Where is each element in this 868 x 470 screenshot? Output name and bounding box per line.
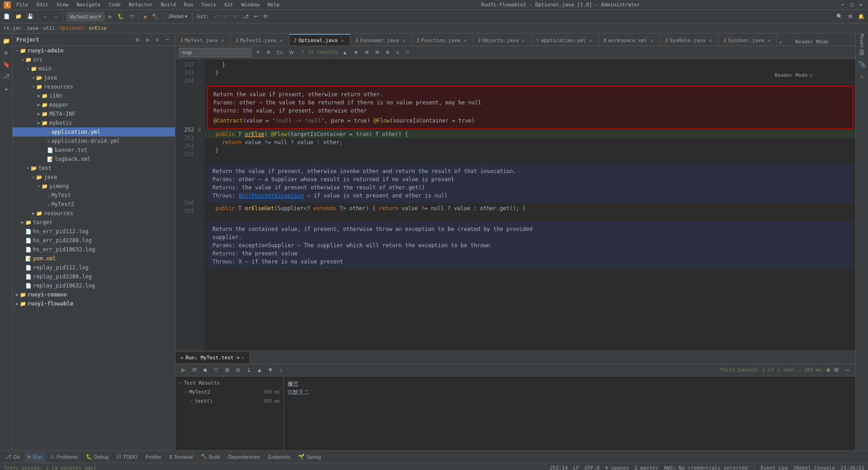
tree-close-button[interactable]: ─ [163, 36, 171, 44]
menu-refactor[interactable]: Refactor [126, 1, 156, 9]
menu-code[interactable]: Code [106, 1, 123, 9]
jrebel-button[interactable]: JRebel ▾ [166, 12, 189, 22]
save-button[interactable]: 💾 [25, 12, 35, 22]
menu-window[interactable]: Window [239, 1, 262, 9]
tab-consumer[interactable]: J Consumer.java ✕ [350, 34, 412, 46]
spring-bar-button[interactable]: 🌱 Spring [295, 452, 325, 462]
tree-settings-button[interactable]: ⚙ [133, 36, 142, 44]
tree-scroll-button[interactable]: ⊝ [153, 36, 161, 44]
git-refresh-button[interactable]: ⟳ [262, 12, 269, 22]
problems-right-icon[interactable]: ⚠ [857, 70, 868, 81]
open-button[interactable]: 📁 [14, 12, 24, 22]
bottom-minimize-button[interactable]: ─ [843, 366, 852, 375]
status-position[interactable]: 252:14 [550, 465, 568, 470]
search-option-1[interactable]: ⊕ [363, 48, 371, 57]
git-pull-button[interactable]: ✓ [231, 12, 239, 22]
tree-item-mybatis[interactable]: ▶ 📁 mybatis [13, 118, 175, 127]
aws-icon[interactable]: ☁ [1, 82, 12, 93]
breadcrumb-java[interactable]: java [26, 25, 38, 31]
tree-item-ruoyi-flowable[interactable]: ▶ 📁 ruoyi-flowable [13, 299, 175, 308]
tree-item-test[interactable]: ▾ 📂 test [13, 164, 175, 173]
stop-button[interactable]: ■ [142, 12, 149, 22]
collapse-tests-button[interactable]: ⊖ [233, 366, 242, 375]
notifications-button[interactable]: 🔔 [856, 12, 866, 22]
bottom-settings-button[interactable]: ⚙ [832, 366, 841, 375]
tree-item-ruoyi-admin[interactable]: ▾ 📁 ruoyi-admin [13, 46, 175, 55]
breadcrumb-optional[interactable]: Optional [60, 25, 84, 31]
menu-edit[interactable]: Edit [34, 1, 52, 9]
tab-sysuser[interactable]: J SysUser.java ✕ [719, 34, 777, 46]
tab-close-optional[interactable]: ✕ [339, 37, 345, 43]
status-indent[interactable]: 4 spaces [605, 465, 629, 470]
stop-run-button[interactable]: ■ [201, 366, 210, 375]
git-bar-button[interactable]: ⎇ Git [2, 452, 23, 462]
breadcrumb-util[interactable]: util [43, 25, 56, 31]
profiler-bar-button[interactable]: Profiler [142, 452, 165, 462]
database-icon[interactable]: 🗄 [857, 47, 868, 58]
test-item-results[interactable]: ✓ Test Results [177, 378, 282, 387]
tab-optional[interactable]: J Optional.java ✕ [289, 34, 351, 46]
search-option-4[interactable]: ≡ [394, 48, 401, 57]
search-everywhere-button[interactable]: 🔍 [835, 12, 844, 22]
tab-application-yml[interactable]: Y application.yml ✕ [532, 34, 599, 46]
settings-button[interactable]: ⚙ [846, 12, 854, 22]
tree-item-replay-2280[interactable]: 📄 replay_pid2280.log [13, 272, 175, 281]
tab-close-mytest[interactable]: ✕ [219, 37, 226, 43]
build-bar-button[interactable]: 🔨 Build [197, 452, 223, 462]
tree-item-hs-err-2280[interactable]: 📄 hs_err_pid2280.log [13, 236, 175, 245]
menu-help[interactable]: Help [265, 1, 283, 9]
tree-item-application-yml[interactable]: ⚙ application.yml [13, 127, 175, 136]
endpoints-bar-button[interactable]: Endpoints [264, 452, 294, 462]
rerun-button[interactable]: ⟳ [190, 366, 199, 375]
search-clear-button[interactable]: ✕ [254, 48, 262, 57]
problems-bar-button[interactable]: ⚠ Problems [47, 452, 81, 462]
tree-item-logback-xml[interactable]: 📝 logback.xml [13, 155, 175, 164]
tab-close-objects[interactable]: ✕ [520, 37, 527, 43]
run-with-coverage-button[interactable]: 🛡 [127, 12, 136, 22]
git-sidebar-icon[interactable]: ⎇ [1, 70, 12, 81]
debug-button[interactable]: 🐛 [116, 12, 126, 22]
prev-fail-button[interactable]: ▲ [255, 366, 264, 375]
tab-function[interactable]: J Function.java ✕ [412, 34, 473, 46]
search-option-3[interactable]: ⊕ [384, 48, 392, 57]
reader-mode-toggle[interactable]: ☑ [809, 72, 812, 78]
menu-view[interactable]: View [54, 1, 71, 9]
tree-item-replay-10632[interactable]: 📄 replay_pid10632.log [13, 281, 175, 290]
back-button[interactable]: ← [41, 12, 50, 22]
tab-close-sysrole[interactable]: ✕ [708, 37, 714, 43]
menu-tools[interactable]: Tools [198, 1, 219, 9]
search-whole-word-button[interactable]: W [287, 48, 295, 57]
tree-item-resources2[interactable]: ▶ 📁 resources [13, 209, 175, 218]
tree-item-mytest2[interactable]: ☕ MyTest2 [13, 200, 175, 209]
terminal-bar-button[interactable]: $ Terminal [166, 452, 197, 462]
git-branch-button[interactable]: ⎇ [241, 12, 250, 22]
run-bar-button[interactable]: ▶ Run [24, 452, 46, 462]
tree-item-java[interactable]: ▾ 📂 java [13, 73, 175, 82]
run-again-button[interactable]: ▶ [179, 366, 188, 375]
more-tabs-button[interactable]: ▾ [777, 39, 784, 46]
scroll-to-end-button[interactable]: ⤓ [244, 366, 253, 375]
search-regex-button[interactable]: .* [298, 48, 305, 57]
search-input[interactable] [179, 48, 251, 57]
tab-close-workspace-xml[interactable]: ✕ [649, 37, 656, 43]
search-match-case-button[interactable]: Cc [275, 48, 284, 57]
test-item-mytest2[interactable]: ✓ MyTest2 303 ms [177, 387, 282, 396]
tab-close-mytest2[interactable]: ✕ [278, 37, 284, 43]
tab-mytest2[interactable]: J MyTest2.java ✕ [231, 34, 289, 46]
tree-item-mytest[interactable]: ☕ MyTest [13, 191, 175, 200]
menu-git[interactable]: Git [222, 1, 236, 9]
tree-item-java2[interactable]: ▾ 📂 java [13, 173, 175, 182]
tree-collapse-button[interactable]: ≡ [143, 36, 151, 44]
tree-item-i18n[interactable]: ▶ 📁 i18n [13, 91, 175, 100]
dependencies-bar-button[interactable]: Dependencies [225, 452, 264, 462]
tree-item-banner-txt[interactable]: 📄 banner.txt [13, 146, 175, 155]
status-event-log[interactable]: Event Log [761, 465, 788, 470]
next-fail-button[interactable]: ▼ [266, 366, 275, 375]
search-next-button[interactable]: ▼ [352, 48, 360, 57]
sort-tests-button[interactable]: ↕ [277, 366, 286, 375]
menu-run[interactable]: Run [181, 1, 196, 9]
tree-item-mapper[interactable]: ▶ 📁 mapper [13, 100, 175, 109]
tab-close-application-yml[interactable]: ✕ [588, 37, 594, 43]
breadcrumb-orelse[interactable]: orElse [89, 25, 107, 31]
tree-item-main[interactable]: ▾ 📁 main [13, 64, 175, 73]
